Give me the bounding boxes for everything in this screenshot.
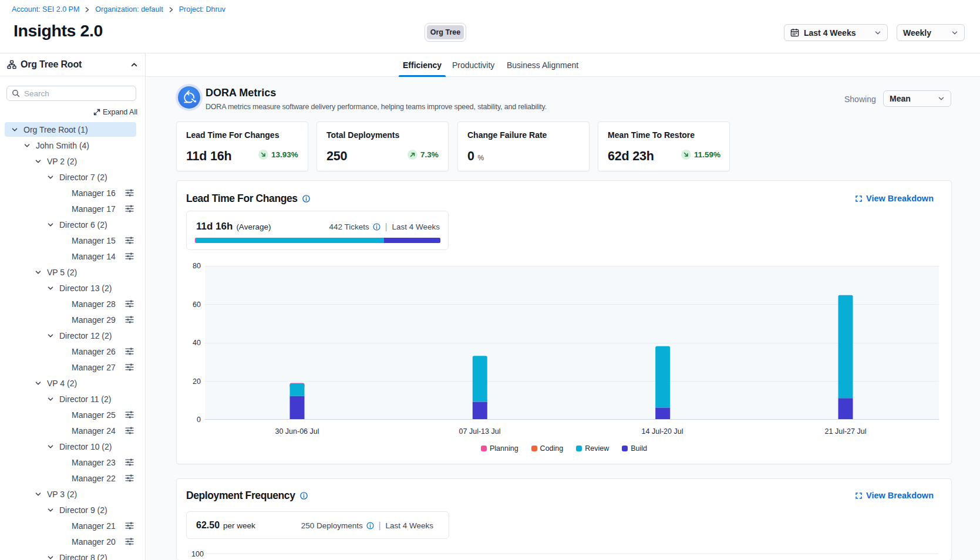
svg-text:30 Jun-06 Jul: 30 Jun-06 Jul: [275, 427, 319, 436]
svg-text:14 Jul-20 Jul: 14 Jul-20 Jul: [642, 427, 683, 436]
svg-text:40: 40: [193, 339, 201, 347]
svg-text:60: 60: [193, 301, 201, 309]
svg-text:0: 0: [197, 416, 201, 424]
svg-text:07 Jul-13 Jul: 07 Jul-13 Jul: [459, 427, 501, 436]
svg-text:21 Jul-27 Jul: 21 Jul-27 Jul: [825, 427, 867, 436]
svg-text:80: 80: [193, 262, 201, 270]
svg-text:20: 20: [193, 377, 201, 386]
